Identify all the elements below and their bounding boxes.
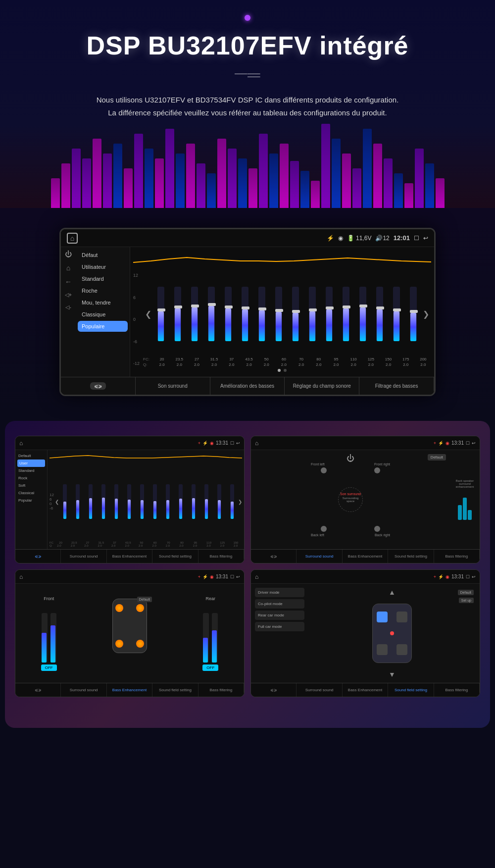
sidebar-item-standard[interactable]: Standard	[78, 273, 128, 284]
panel4-back-icon[interactable]: ↩	[472, 574, 476, 579]
p4-tab-filter[interactable]: Bass filtering	[434, 683, 480, 697]
driver-mode-button[interactable]: Driver mode	[255, 588, 304, 597]
sf-seat-rear-right[interactable]	[396, 644, 407, 655]
tab-filtrage[interactable]: Filtrage des basses	[359, 377, 434, 395]
p1-tab-bass[interactable]: Bass Enhancement	[107, 550, 152, 563]
sidebar-item-roche[interactable]: Roche	[78, 285, 128, 296]
eq-bar-15[interactable]	[389, 282, 404, 346]
p4-tab-eq[interactable]: ⩿⩾	[251, 683, 297, 697]
p1-item-soft[interactable]: Soft	[17, 482, 45, 489]
panel4-home[interactable]: ⌂	[255, 573, 258, 580]
panel2-back-icon[interactable]: ↩	[472, 441, 476, 446]
sidebar-item-classic[interactable]: Classique	[78, 309, 128, 320]
p3-tab-surround[interactable]: Surround sound	[61, 683, 106, 697]
full-car-mode-button[interactable]: Full car mode	[255, 622, 304, 631]
p1-tab-surround[interactable]: Surround sound	[61, 550, 106, 563]
p2-tab-field[interactable]: Sound field setting	[388, 550, 434, 563]
sf-down-arrow[interactable]: ▼	[389, 670, 396, 679]
eq-bar-14[interactable]	[372, 282, 387, 346]
sf-default-button[interactable]: Default	[458, 590, 474, 595]
home-icon[interactable]: ⌂	[67, 233, 78, 244]
p1-tab-filter[interactable]: Bass filtering	[198, 550, 244, 563]
nav-dot-1[interactable]	[278, 369, 281, 372]
p3-tab-filter[interactable]: Bass filtering	[198, 683, 244, 697]
p1-tab-field[interactable]: Sound field setting	[152, 550, 198, 563]
eq-bar-13[interactable]	[355, 282, 370, 346]
sidebar-item-user[interactable]: Utilisateur	[78, 261, 128, 272]
back-sidebar-icon[interactable]: ←	[65, 278, 72, 286]
front-left-speaker[interactable]	[321, 467, 327, 473]
p4-tab-field[interactable]: Sound field setting	[388, 683, 434, 697]
p1-tab-eq[interactable]: ⩿⩾	[15, 550, 61, 563]
front-off-button[interactable]: OFF	[41, 664, 57, 671]
front-fader-2[interactable]	[50, 613, 56, 663]
back-left-speaker[interactable]	[321, 526, 327, 532]
p1-item-rock[interactable]: Rock	[17, 474, 45, 482]
back-right-speaker[interactable]	[374, 526, 380, 532]
rear-car-mode-button[interactable]: Rear car mode	[255, 611, 304, 620]
copilot-mode-button[interactable]: Co-pilot mode	[255, 599, 304, 609]
eq-prev-arrow[interactable]: ❮	[143, 309, 153, 319]
rear-fader-2[interactable]	[212, 613, 218, 663]
p1-item-popular[interactable]: Popular	[17, 497, 45, 504]
eq-bar-6[interactable]	[238, 282, 253, 346]
panel3-home[interactable]: ⌂	[19, 573, 23, 580]
rear-off-button[interactable]: OFF	[202, 664, 218, 671]
sidebar-item-popular[interactable]: Populaire	[78, 321, 128, 332]
nav-dot-2[interactable]	[284, 369, 287, 372]
p2-tab-surround[interactable]: Surround sound	[297, 550, 342, 563]
front-right-speaker[interactable]	[374, 467, 380, 473]
power-icon[interactable]: ⏻	[65, 250, 72, 258]
tab-reglage[interactable]: Réglage du champ sonore	[285, 377, 359, 395]
eq-bar-10[interactable]	[304, 282, 320, 346]
surround-default-button[interactable]: Default	[428, 454, 446, 460]
sf-up-arrow[interactable]: ▲	[389, 588, 396, 597]
sf-seat-rear-left[interactable]	[377, 644, 388, 655]
panel1-home[interactable]: ⌂	[19, 440, 23, 447]
p1-next-arrow[interactable]: ❯	[238, 499, 242, 505]
p1-prev-arrow[interactable]: ❮	[55, 499, 59, 505]
p4-tab-surround[interactable]: Surround sound	[297, 683, 342, 697]
eq-bar-16[interactable]	[405, 282, 421, 346]
eq-next-arrow[interactable]: ❯	[421, 309, 431, 319]
panel2-home[interactable]: ⌂	[255, 440, 258, 447]
home-sidebar-icon[interactable]: ⌂	[66, 264, 70, 272]
eq-bar-1[interactable]	[153, 282, 169, 346]
p1-item-user[interactable]: User	[17, 460, 45, 467]
sf-setup-button[interactable]: Set up	[459, 598, 474, 603]
vol-down-icon[interactable]: ◁-	[65, 304, 71, 310]
eq-bar-8[interactable]	[271, 282, 287, 346]
tab-eq-icon[interactable]: ⩿⩾	[61, 377, 136, 395]
p2-tab-eq[interactable]: ⩿⩾	[251, 550, 297, 563]
eq-bar-11[interactable]	[321, 282, 337, 346]
p3-tab-field[interactable]: Sound field setting	[152, 683, 198, 697]
tab-son-surround[interactable]: Son surround	[136, 377, 210, 395]
p1-item-standard[interactable]: Standard	[17, 467, 45, 474]
panel3-back-icon[interactable]: ↩	[236, 574, 240, 579]
p1-item-classical[interactable]: Classical	[17, 489, 45, 497]
eq-bar-4[interactable]	[204, 282, 219, 346]
back-icon[interactable]: ↩	[423, 235, 428, 242]
eq-bar-9[interactable]	[288, 282, 303, 346]
p2-tab-filter[interactable]: Bass filtering	[434, 550, 480, 563]
power-button[interactable]: ⏻	[346, 454, 354, 463]
p1-item-default[interactable]: Default	[17, 452, 45, 460]
p3-tab-eq[interactable]: ⩿⩾	[15, 683, 61, 697]
panel3-default-button[interactable]: Default	[137, 597, 152, 602]
sidebar-item-default[interactable]: Défaut	[78, 250, 128, 260]
front-fader-1[interactable]	[42, 613, 48, 663]
eq-bar-3[interactable]	[187, 282, 202, 346]
p2-tab-bass[interactable]: Bass Enhancement	[343, 550, 388, 563]
eq-bar-2[interactable]	[170, 282, 186, 346]
p4-tab-bass[interactable]: Bass Enhancement	[343, 683, 388, 697]
tab-amelioration[interactable]: Amélioration des basses	[210, 377, 285, 395]
eq-bar-5[interactable]	[221, 282, 236, 346]
eq-bar-12[interactable]	[338, 282, 353, 346]
panel1-back-icon[interactable]: ↩	[236, 441, 240, 446]
eq-bar-7[interactable]	[254, 282, 270, 346]
sidebar-item-soft[interactable]: Mou, tendre	[78, 297, 128, 308]
sf-seat-copilot[interactable]	[396, 612, 407, 622]
sf-seat-driver[interactable]	[377, 612, 388, 622]
vol-up-icon[interactable]: ◁+	[65, 292, 72, 298]
rear-fader-1[interactable]	[203, 613, 209, 663]
